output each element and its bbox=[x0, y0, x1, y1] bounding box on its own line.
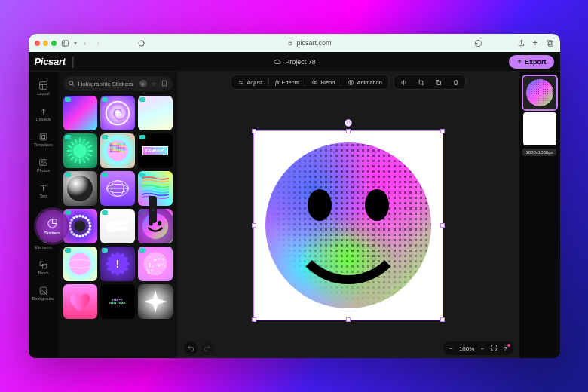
sticker-item-burst[interactable] bbox=[63, 133, 98, 168]
svg-rect-49 bbox=[112, 145, 113, 146]
rotate-handle[interactable] bbox=[345, 119, 352, 127]
svg-line-36 bbox=[83, 139, 84, 143]
resize-handle[interactable] bbox=[346, 129, 351, 133]
rail-item-templates[interactable]: Templates bbox=[31, 127, 57, 152]
sticker-item-globe[interactable] bbox=[100, 171, 135, 206]
new-tab-icon[interactable]: + bbox=[531, 39, 540, 47]
resize-handle[interactable] bbox=[440, 317, 445, 322]
sticker-item-glitter[interactable] bbox=[138, 247, 173, 281]
minimize-window-icon[interactable] bbox=[43, 41, 48, 46]
svg-point-144 bbox=[240, 81, 241, 82]
resize-handle[interactable] bbox=[252, 223, 256, 228]
close-window-icon[interactable] bbox=[35, 41, 40, 46]
sticker-item-egg[interactable] bbox=[138, 96, 173, 130]
svg-rect-62 bbox=[121, 147, 123, 149]
resize-handle[interactable] bbox=[252, 129, 256, 133]
maximize-window-icon[interactable] bbox=[51, 41, 57, 46]
sticker-item-bubble[interactable] bbox=[63, 171, 98, 206]
fit-screen-button[interactable] bbox=[490, 344, 498, 353]
svg-point-114 bbox=[160, 273, 161, 274]
tool-duplicate[interactable] bbox=[430, 76, 446, 88]
svg-point-124 bbox=[149, 263, 150, 265]
svg-point-12 bbox=[41, 161, 43, 162]
svg-rect-72 bbox=[110, 151, 112, 152]
svg-point-140 bbox=[158, 265, 159, 266]
svg-point-103 bbox=[87, 219, 90, 222]
tabs-icon[interactable] bbox=[546, 39, 554, 47]
search-input[interactable]: Holographic Stickers ✕ ☆ bbox=[63, 76, 173, 91]
rail-item-photos[interactable]: Photos bbox=[31, 153, 57, 177]
sticker-item-heart[interactable] bbox=[63, 284, 98, 319]
share-icon[interactable] bbox=[517, 39, 525, 47]
svg-point-97 bbox=[71, 219, 74, 222]
resize-handle[interactable] bbox=[252, 317, 256, 322]
svg-point-22 bbox=[73, 144, 87, 158]
svg-rect-43 bbox=[115, 143, 117, 145]
canvas-area: Adjust fxEffects Blend Animation bbox=[178, 72, 519, 358]
smiley-sticker[interactable] bbox=[265, 142, 431, 308]
nav-back-icon[interactable]: ‹ bbox=[81, 39, 90, 47]
tool-crop[interactable] bbox=[413, 76, 429, 88]
svg-rect-59 bbox=[115, 147, 117, 149]
address-bar[interactable]: picsart.com bbox=[150, 39, 470, 47]
svg-point-125 bbox=[146, 269, 148, 271]
canvas[interactable] bbox=[254, 131, 443, 320]
search-bookmark-icon[interactable] bbox=[161, 80, 168, 87]
zoom-in-button[interactable]: + bbox=[480, 345, 484, 352]
sticker-item-disco[interactable] bbox=[100, 133, 135, 168]
shield-icon[interactable] bbox=[137, 39, 145, 47]
sticker-item-spiral[interactable] bbox=[100, 96, 135, 130]
zoom-out-button[interactable]: − bbox=[449, 345, 453, 352]
rail-item-background[interactable]: Background bbox=[31, 281, 57, 305]
rail-item-uploads[interactable]: Uploads bbox=[31, 102, 57, 126]
sticker-item-star[interactable] bbox=[138, 284, 173, 319]
svg-rect-65 bbox=[112, 149, 113, 150]
rail-item-text[interactable]: Text bbox=[31, 179, 57, 203]
svg-point-128 bbox=[159, 263, 160, 264]
redo-button[interactable] bbox=[201, 341, 214, 355]
search-clear-icon[interactable]: ✕ bbox=[139, 80, 147, 87]
nav-forward-icon[interactable]: › bbox=[94, 39, 103, 47]
tool-animation[interactable]: Animation bbox=[343, 76, 386, 88]
undo-button[interactable] bbox=[184, 341, 198, 355]
svg-point-87 bbox=[87, 231, 90, 234]
sticker-item-swirl[interactable] bbox=[63, 96, 98, 130]
rail-item-layout[interactable]: Layout bbox=[31, 76, 57, 100]
resize-handle[interactable] bbox=[440, 223, 445, 228]
project-title[interactable]: Project 78 bbox=[81, 58, 509, 66]
layer-thumbnail[interactable] bbox=[523, 112, 556, 145]
svg-point-118 bbox=[151, 270, 152, 271]
svg-point-120 bbox=[149, 265, 150, 267]
tool-flip[interactable] bbox=[396, 76, 412, 88]
sticker-item-brush[interactable] bbox=[100, 209, 135, 243]
sticker-item-newyear[interactable]: HAPPYNEW YEAR bbox=[100, 284, 135, 319]
sticker-item-planet[interactable] bbox=[63, 247, 98, 281]
help-button[interactable]: ? bbox=[504, 345, 507, 352]
rail-item-batch[interactable]: Batch bbox=[31, 256, 57, 280]
layer-thumbnail-active[interactable] bbox=[523, 76, 556, 109]
panel-collapse-button[interactable]: ‹ bbox=[149, 196, 157, 223]
svg-point-92 bbox=[73, 233, 76, 236]
svg-point-126 bbox=[161, 263, 161, 264]
svg-rect-51 bbox=[115, 145, 117, 146]
sticker-item-famous[interactable]: FAMOUS bbox=[138, 133, 173, 168]
sticker-item-seal[interactable]: ! bbox=[100, 247, 135, 281]
sidebar-toggle-icon[interactable] bbox=[61, 39, 69, 47]
resize-handle[interactable] bbox=[440, 129, 445, 133]
tool-blend[interactable]: Blend bbox=[307, 76, 339, 88]
resize-handle[interactable] bbox=[346, 317, 351, 322]
cloud-icon bbox=[274, 58, 281, 66]
tool-delete[interactable] bbox=[448, 76, 464, 88]
svg-line-34 bbox=[75, 139, 77, 143]
export-button[interactable]: Export bbox=[509, 55, 554, 69]
refresh-icon[interactable] bbox=[474, 39, 482, 47]
zoom-level[interactable]: 100% bbox=[459, 345, 474, 352]
url-text: picsart.com bbox=[296, 39, 331, 47]
svg-point-20 bbox=[106, 102, 130, 125]
tool-adjust[interactable]: Adjust bbox=[233, 76, 267, 88]
svg-line-37 bbox=[86, 142, 89, 145]
search-favorite-icon[interactable]: ☆ bbox=[150, 80, 158, 87]
tool-effects[interactable]: fxEffects bbox=[271, 76, 303, 88]
browser-window: ▾ ‹ › picsart.com + Picsart | Project 78… bbox=[29, 34, 560, 358]
svg-point-21 bbox=[147, 102, 164, 125]
